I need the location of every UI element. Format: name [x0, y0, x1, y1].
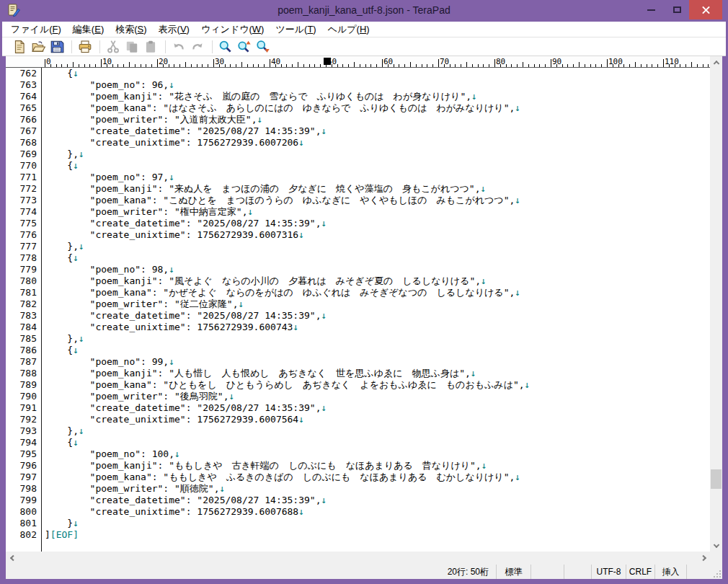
code-line[interactable]: "poem_writer": "後鳥羽院",↓ [45, 391, 710, 402]
search-icon[interactable] [218, 38, 235, 56]
line-text: { [45, 68, 73, 79]
line-number: 802 [6, 529, 41, 541]
code-line[interactable]: }↓ [45, 518, 710, 529]
minimize-button[interactable] [639, 0, 663, 19]
code-line[interactable]: {↓ [45, 252, 710, 264]
line-text: "create_datetime": "2025/08/27 14:35:39"… [45, 310, 321, 321]
code-line[interactable]: "poem_no": 99,↓ [45, 356, 710, 368]
code-line[interactable]: "create_datetime": "2025/08/27 14:35:39"… [45, 310, 710, 322]
menu-item-file[interactable]: ファイル(F) [5, 22, 67, 37]
edit-mode: 標準 [496, 565, 531, 579]
code-line[interactable]: "create_unixtime": 1756272939.6007564↓ [45, 414, 710, 425]
code-line[interactable]: {↓ [45, 437, 710, 448]
ruler-tick [669, 64, 670, 67]
ruler-tick [292, 64, 293, 67]
menu-item-search[interactable]: 検索(S) [110, 22, 152, 37]
code-line[interactable]: "create_datetime": "2025/08/27 14:35:39"… [45, 495, 710, 506]
code-line[interactable]: "poem_no": 96,↓ [45, 79, 710, 91]
code-line[interactable]: {↓ [45, 160, 710, 172]
code-line[interactable]: "poem_kanji": "来ぬ人を まつほの浦の 夕なぎに 焼くや藻塩の 身… [45, 183, 710, 195]
code-line[interactable]: "create_unixtime": 1756272939.6007688↓ [45, 506, 710, 518]
newline-mark: ↓ [321, 495, 327, 505]
search-prev-icon[interactable] [236, 38, 254, 56]
save-icon[interactable] [49, 38, 66, 56]
resize-grip[interactable] [714, 570, 721, 578]
code-line[interactable]: ][EOF] [45, 529, 710, 541]
code-line[interactable]: },↓ [45, 425, 710, 437]
scroll-right-arrow[interactable] [698, 552, 710, 564]
ruler-tick [286, 64, 287, 67]
code-line[interactable]: "create_datetime": "2025/08/27 14:35:39"… [45, 125, 710, 137]
code-line[interactable]: "poem_no": 98,↓ [45, 264, 710, 275]
horizontal-scrollbar[interactable] [6, 552, 710, 565]
code-line[interactable]: "poem_kana": "ももしきや ふるきのきばの しのぶにも なほあまりあ… [45, 472, 710, 483]
menu-item-edit[interactable]: 編集(E) [67, 22, 110, 37]
ruler-tick [332, 64, 332, 67]
newline-mark: ↓ [79, 333, 84, 344]
code-line[interactable]: "poem_writer": "従二位家隆",↓ [45, 298, 710, 310]
code-line[interactable]: "poem_writer": "順徳院",↓ [45, 483, 710, 495]
code-line[interactable]: "create_unixtime": 1756272939.600743↓ [45, 322, 710, 333]
scroll-down-arrow[interactable] [710, 539, 722, 552]
new-file-icon[interactable] [12, 38, 29, 56]
code-line[interactable]: "create_datetime": "2025/08/27 14:35:39"… [45, 402, 710, 414]
line-text: "create_unixtime": 1756272939.6007688 [45, 506, 298, 517]
line-number: 763 [6, 79, 41, 91]
menu-item-view[interactable]: 表示(V) [153, 22, 195, 37]
menu-item-help[interactable]: ヘルプ(H) [322, 22, 376, 37]
close-button[interactable] [689, 0, 722, 19]
code-area[interactable]: {↓ "poem_no": 96,↓ "poem_kanji": "花さそふ 嵐… [42, 68, 710, 552]
code-line[interactable]: "poem_kana": "こぬひとを まつほのうらの ゆふなぎに やくやもしほ… [45, 195, 710, 206]
code-line[interactable]: "create_datetime": "2025/08/27 14:35:39"… [45, 218, 710, 229]
line-number: 801 [6, 518, 41, 529]
menu-item-window[interactable]: ウィンドウ(W) [195, 22, 270, 37]
code-line[interactable]: {↓ [45, 345, 710, 356]
code-line[interactable]: "poem_writer": "権中納言定家",↓ [45, 206, 710, 218]
code-line[interactable]: "poem_kana": "ひともをし ひともうらめし あぢきなく よをおもふゆ… [45, 379, 710, 391]
ruler-tick [478, 64, 479, 67]
ruler-tick [79, 64, 79, 67]
ruler-tick [607, 59, 608, 67]
code-line[interactable]: "poem_kana": "はなさそふ あらしのにはの ゆきならで ふりゆくもの… [45, 102, 710, 114]
line-number: 797 [6, 472, 41, 483]
ruler-tick [253, 64, 254, 67]
editor[interactable]: 7627637647657667677687697707717727737747… [6, 68, 710, 552]
newline-mark: ↓ [248, 206, 254, 217]
line-number: 800 [6, 506, 41, 518]
ruler-tick [489, 64, 489, 67]
code-line[interactable]: "poem_kanji": "風そよぐ ならの小川の 夕暮れは みそぎぞ夏の し… [45, 275, 710, 287]
code-line[interactable]: "poem_no": 97,↓ [45, 172, 710, 183]
line-text: "create_unixtime": 1756272939.600743 [45, 322, 293, 332]
toolbar-separator [165, 40, 166, 53]
ruler-tick [556, 64, 557, 67]
code-line[interactable]: "poem_kanji": "ももしきや 古き軒端の しのぶにも なほあまりある… [45, 460, 710, 472]
line-text: "create_unixtime": 1756272939.6007206 [45, 137, 298, 148]
scroll-up-arrow[interactable] [710, 56, 722, 68]
maximize-button[interactable] [665, 0, 689, 19]
line-text: "create_unixtime": 1756272939.6007316 [45, 229, 298, 240]
ruler-tick [264, 64, 265, 67]
code-line[interactable]: "poem_kanji": "人も惜し 人も恨めし あぢきなく 世を思ふゆゑに … [45, 368, 710, 379]
code-line[interactable]: },↓ [45, 333, 710, 345]
scroll-left-arrow[interactable] [6, 552, 18, 564]
code-line[interactable]: "create_unixtime": 1756272939.6007206↓ [45, 137, 710, 149]
open-file-icon[interactable] [30, 38, 48, 56]
code-line[interactable]: "poem_writer": "入道前太政大臣",↓ [45, 114, 710, 125]
title-bar: poem_kanji_kana_utf-8.json - TeraPad [0, 0, 728, 22]
undo-icon [171, 38, 188, 56]
vertical-scrollbar[interactable] [710, 56, 722, 552]
search-next-icon[interactable] [255, 38, 272, 56]
print-icon[interactable] [77, 38, 94, 56]
ruler-tick [657, 64, 658, 67]
menu-item-tool[interactable]: ツール(T) [270, 22, 321, 37]
code-line[interactable]: "create_unixtime": 1756272939.6007316↓ [45, 229, 710, 241]
cursor-position: 20行: 50桁 [411, 565, 496, 579]
code-line[interactable]: "poem_kanji": "花さそふ 嵐の庭の 雪ならで ふりゆくものは わが… [45, 91, 710, 102]
code-line[interactable]: },↓ [45, 149, 710, 160]
ruler-tick [618, 64, 619, 67]
code-line[interactable]: "poem_kana": "かぜそよぐ ならのをがはの ゆふぐれは みそぎぞなつ… [45, 287, 710, 298]
vertical-scroll-thumb[interactable] [711, 469, 722, 489]
code-line[interactable]: },↓ [45, 241, 710, 252]
code-line[interactable]: "poem_no": 100,↓ [45, 448, 710, 460]
code-line[interactable]: {↓ [45, 68, 710, 79]
